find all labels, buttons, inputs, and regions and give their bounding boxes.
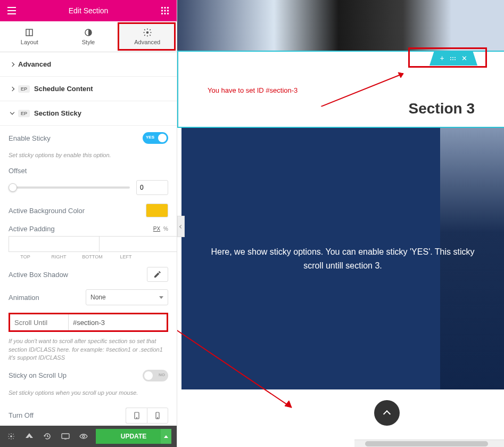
pad-top-label: TOP: [9, 254, 42, 259]
controls-pane: Enable Sticky YES Set sticky options by …: [0, 126, 177, 426]
padding-labels: TOP RIGHT BOTTOM LEFT: [9, 254, 168, 259]
close-icon[interactable]: ✕: [461, 54, 467, 62]
scroll-top-button[interactable]: [374, 400, 400, 426]
caret-icon: [10, 62, 14, 66]
caret-icon: [10, 86, 14, 91]
ep-badge: EP: [18, 85, 30, 93]
enable-sticky-label: Enable Sticky: [9, 134, 51, 142]
turnoff-label: Turn Off: [9, 411, 34, 419]
slider-thumb[interactable]: [9, 183, 17, 192]
settings-icon[interactable]: [3, 428, 19, 444]
section-text: Here, we show sticky options. You can en…: [203, 245, 483, 272]
svg-rect-21: [62, 434, 69, 438]
device-buttons: [126, 408, 168, 424]
scrollbar-thumb[interactable]: [365, 441, 488, 446]
accordion-sticky[interactable]: EP Section Sticky: [0, 101, 177, 126]
editor-panel: Edit Section Layout Style Advanced Advan…: [0, 0, 177, 447]
tabs: Layout Style Advanced: [0, 21, 177, 52]
menu-icon[interactable]: [5, 4, 18, 17]
tab-label: Layout: [21, 39, 38, 45]
padding-label: Active Padding: [9, 225, 55, 233]
padding-top-input[interactable]: [9, 236, 99, 252]
svg-point-29: [455, 59, 456, 60]
update-button[interactable]: UPDATE: [96, 429, 171, 444]
padding-inputs: [9, 236, 168, 252]
svg-point-20: [10, 435, 12, 437]
update-dropdown[interactable]: [161, 429, 171, 444]
svg-rect-3: [161, 7, 163, 9]
preview-area: + ✕ You have to set ID #section-3 Sectio…: [177, 0, 504, 447]
preview-icon[interactable]: [76, 428, 92, 444]
svg-rect-8: [167, 10, 169, 12]
offset-slider[interactable]: [9, 186, 130, 189]
scrollup-toggle[interactable]: NO: [143, 370, 168, 381]
device-mobile-button[interactable]: [147, 408, 168, 424]
svg-rect-10: [164, 13, 166, 14]
caret-icon: [10, 110, 14, 115]
toggle-knob: [144, 371, 153, 380]
bg-color-swatch[interactable]: [146, 204, 168, 217]
accordion-advanced[interactable]: Advanced: [0, 52, 177, 77]
padding-right-input[interactable]: [99, 236, 177, 252]
chevron-left-icon: [179, 224, 183, 228]
unit-options: PX %: [153, 226, 168, 232]
padding-header: Active Padding PX %: [9, 225, 168, 233]
scroll-until-input[interactable]: [68, 314, 167, 330]
animation-label: Animation: [9, 294, 39, 302]
tab-layout[interactable]: Layout: [0, 21, 59, 52]
section-title: Section 3: [409, 100, 475, 117]
chevron-up-icon: [164, 435, 168, 438]
accordion-label: Section Sticky: [34, 109, 81, 117]
svg-point-19: [157, 418, 158, 418]
svg-point-26: [455, 57, 456, 58]
tab-advanced[interactable]: Advanced: [118, 21, 177, 52]
svg-point-23: [82, 435, 85, 437]
chevron-up-icon: [383, 410, 391, 418]
svg-rect-4: [164, 7, 166, 9]
section-body: Here, we show sticky options. You can en…: [181, 128, 504, 389]
offset-row: [9, 180, 168, 195]
offset-input[interactable]: [136, 180, 168, 195]
accordion-label: Advanced: [18, 60, 51, 68]
animation-select[interactable]: None: [86, 289, 168, 305]
bg-color-row: Active Background Color: [9, 204, 168, 217]
svg-rect-0: [7, 7, 16, 8]
tab-label: Advanced: [134, 39, 160, 45]
enable-sticky-toggle[interactable]: YES: [143, 132, 168, 144]
scroll-until-row: Scroll Until: [9, 313, 168, 332]
panel-header: Edit Section: [0, 0, 177, 21]
drag-icon[interactable]: [450, 53, 456, 63]
responsive-icon[interactable]: [57, 428, 73, 444]
device-tablet-button[interactable]: [126, 408, 147, 424]
svg-point-25: [452, 57, 453, 58]
collapse-panel-button[interactable]: [177, 216, 185, 237]
tab-style[interactable]: Style: [59, 21, 118, 52]
toggle-yes: YES: [146, 135, 154, 140]
shadow-edit-button[interactable]: [147, 267, 168, 282]
animation-row: Animation None: [9, 289, 168, 305]
svg-rect-9: [161, 13, 163, 14]
navigator-icon[interactable]: [21, 428, 37, 444]
svg-point-27: [450, 59, 451, 60]
section-header[interactable]: + ✕ You have to set ID #section-3 Sectio…: [177, 51, 504, 128]
horizontal-scrollbar[interactable]: [354, 440, 504, 447]
svg-point-17: [136, 418, 137, 418]
svg-rect-11: [167, 13, 169, 14]
add-icon[interactable]: +: [440, 54, 444, 62]
animation-value: None: [90, 294, 106, 301]
panel-title: Edit Section: [69, 6, 109, 15]
chevron-down-icon: [159, 296, 163, 299]
unit-pct[interactable]: %: [163, 226, 168, 232]
pad-bottom-label: BOTTOM: [76, 254, 109, 259]
apps-icon[interactable]: [159, 4, 171, 17]
svg-rect-6: [161, 10, 163, 12]
accordion-schedule[interactable]: EP Schedule Content: [0, 77, 177, 101]
scrollup-label: Sticky on Scroll Up: [9, 371, 67, 379]
toggle-no: NO: [159, 372, 165, 377]
history-icon[interactable]: [39, 428, 55, 444]
annotation-text: You have to set ID #section-3: [208, 86, 298, 94]
shadow-row: Active Box Shadow: [9, 267, 168, 282]
svg-rect-1: [7, 10, 16, 11]
offset-label: Offset: [9, 167, 168, 175]
unit-px[interactable]: PX: [153, 226, 160, 232]
